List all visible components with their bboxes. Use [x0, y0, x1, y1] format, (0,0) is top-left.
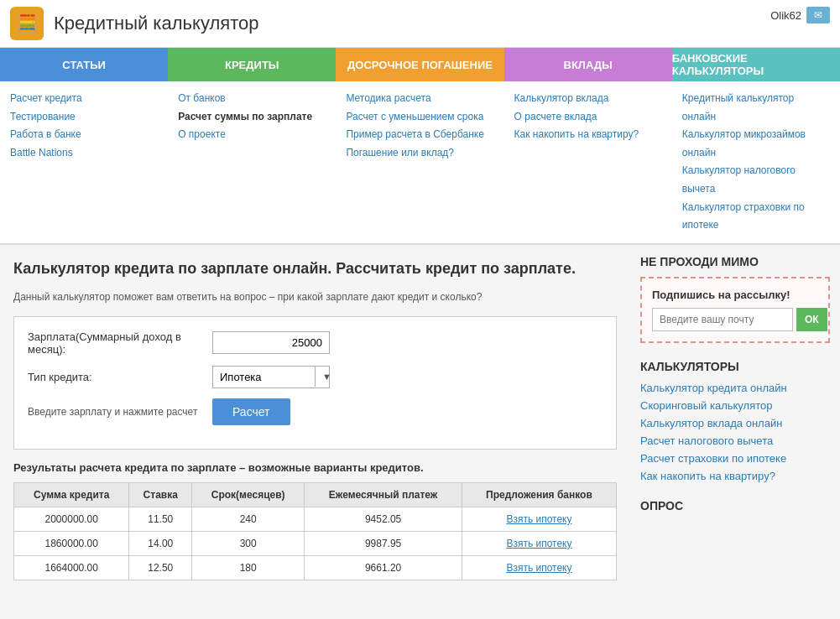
site-logo: 🧮: [10, 7, 44, 40]
salary-input[interactable]: [212, 331, 330, 354]
subnav-link-about[interactable]: О проекте: [178, 126, 326, 144]
sidebar: НЕ ПРОХОДИ МИМО Подпишись на рассылку! О…: [630, 245, 840, 619]
sidebar-calc-item: Как накопить на квартиру?: [640, 470, 830, 482]
site-title: Кредитный калькулятор: [54, 13, 258, 34]
nav-early-repayment[interactable]: ДОСРОЧНОЕ ПОГАШЕНИЕ: [336, 48, 503, 81]
calculate-button[interactable]: Расчет: [212, 398, 290, 425]
table-row: 1664000.00 12.50 180 9661.20 Взять ипоте…: [14, 555, 617, 580]
user-info: Olik62 ✉: [770, 7, 830, 23]
subnav-link-deposit-info[interactable]: О расчете вклада: [514, 108, 662, 127]
subnav-link-term-reduction[interactable]: Расчет с уменьшением срока: [346, 108, 493, 127]
page-title: Калькулятор кредита по зарплате онлайн. …: [13, 258, 617, 279]
page-description: Данный калькулятор поможет вам ответить …: [13, 289, 617, 304]
newsletter-section-title: НЕ ПРОХОДИ МИМО: [640, 255, 830, 268]
nav-credits[interactable]: КРЕДИТЫ: [168, 48, 336, 81]
sidebar-calc-item: Калькулятор кредита онлайн: [640, 382, 830, 394]
subnav-link-tax-deduction-calc[interactable]: Калькулятор налогового вычета: [682, 162, 830, 198]
subnav-link-insurance-calc[interactable]: Калькулятор страховки по ипотеке: [682, 199, 830, 235]
subnav-link-microloan-calc[interactable]: Калькулятор микрозаймов онлайн: [682, 126, 830, 162]
subnav-link-bank-work[interactable]: Работа в банке: [10, 126, 158, 144]
subnav-link-save-apartment[interactable]: Как накопить на квартиру?: [514, 126, 662, 144]
navbar: СТАТЬИ КРЕДИТЫ ДОСРОЧНОЕ ПОГАШЕНИЕ ВКЛАД…: [0, 48, 840, 81]
cell-sum: 2000000.00: [14, 507, 129, 531]
newsletter-section: НЕ ПРОХОДИ МИМО Подпишись на рассылку! О…: [640, 255, 830, 343]
calculators-section-title: КАЛЬКУЛЯТОРЫ: [640, 360, 830, 373]
subnav-col-5: Кредитный калькулятор онлайн Калькулятор…: [672, 90, 840, 235]
credit-type-label: Тип кредита:: [28, 371, 212, 383]
credit-type-row: Тип кредита: Ипотека Потребительский Авт…: [28, 366, 603, 388]
calculator-box: Зарплата(Суммарный доход в месяц): Тип к…: [13, 316, 617, 450]
credit-type-select[interactable]: Ипотека Потребительский Автокредит: [213, 367, 315, 388]
cell-sum: 1664000.00: [14, 555, 129, 580]
newsletter-submit-button[interactable]: ОК: [796, 308, 827, 331]
table-row: 1860000.00 14.00 300 9987.95 Взять ипоте…: [14, 531, 617, 555]
sidebar-calc-link[interactable]: Скоринговый калькулятор: [640, 399, 772, 412]
salary-label: Зарплата(Суммарный доход в месяц):: [28, 330, 212, 356]
calc-hint: Введите зарплату и нажмите расчет: [28, 406, 212, 418]
cell-term: 300: [192, 531, 305, 555]
sidebar-calc-item: Расчет налогового вычета: [640, 434, 830, 447]
salary-row: Зарплата(Суммарный доход в месяц):: [28, 330, 603, 356]
button-row: Введите зарплату и нажмите расчет Расчет: [28, 398, 603, 425]
sidebar-calc-item: Скоринговый калькулятор: [640, 399, 830, 412]
sidebar-calc-item: Расчет страховки по ипотеке: [640, 452, 830, 465]
subnav-link-deposit-calc[interactable]: Калькулятор вклада: [514, 90, 662, 108]
subnav-col-2: От банков Расчет суммы по зарплате О про…: [168, 90, 336, 235]
cell-payment: 9661.20: [305, 555, 462, 580]
cell-payment: 9987.95: [305, 531, 462, 555]
username: Olik62: [770, 9, 801, 22]
newsletter-input-row: ОК: [652, 308, 818, 331]
cell-rate: 14.00: [129, 531, 192, 555]
col-header-rate: Ставка: [129, 482, 192, 507]
cell-payment: 9452.05: [305, 507, 462, 531]
subnav-link-from-banks[interactable]: От банков: [178, 90, 326, 108]
cell-offer-link[interactable]: Взять ипотеку: [462, 531, 616, 555]
cell-sum: 1860000.00: [14, 531, 129, 555]
main-content: Калькулятор кредита по зарплате онлайн. …: [0, 245, 630, 619]
subnav-link-credit-calc-online[interactable]: Кредитный калькулятор онлайн: [682, 90, 830, 126]
table-header-row: Сумма кредита Ставка Срок(месяцев) Ежеме…: [14, 482, 617, 507]
results-table: Сумма кредита Ставка Срок(месяцев) Ежеме…: [13, 482, 617, 580]
cell-rate: 12.50: [129, 555, 192, 580]
calculators-list: Калькулятор кредита онлайнСкоринговый ка…: [640, 382, 830, 482]
subnav-col-3: Методика расчета Расчет с уменьшением ср…: [336, 90, 503, 235]
nav-articles[interactable]: СТАТЬИ: [0, 48, 168, 81]
results-title: Результаты расчета кредита по зарплате –…: [13, 461, 617, 474]
subnav-col-1: Расчет кредита Тестирование Работа в бан…: [0, 90, 168, 235]
col-header-sum: Сумма кредита: [14, 482, 129, 507]
subnav-link-repayment-or-deposit[interactable]: Погашение или вклад?: [346, 144, 493, 163]
subnav: Расчет кредита Тестирование Работа в бан…: [0, 81, 840, 245]
sidebar-calc-link[interactable]: Расчет налогового вычета: [640, 434, 773, 447]
header: 🧮 Кредитный калькулятор Olik62 ✉: [0, 0, 840, 48]
cell-offer-link[interactable]: Взять ипотеку: [462, 507, 616, 531]
newsletter-email-input[interactable]: [652, 308, 793, 331]
col-header-payment: Ежемесячный платеж: [305, 482, 462, 507]
subnav-link-sberbank-example[interactable]: Пример расчета в Сбербанке: [346, 126, 493, 144]
subnav-link-credit-calc[interactable]: Расчет кредита: [10, 90, 158, 108]
mail-icon[interactable]: ✉: [806, 7, 830, 23]
nav-bank-calculators[interactable]: БАНКОВСКИЕ КАЛЬКУЛЯТОРЫ: [672, 48, 840, 81]
opros-title: ОПРОС: [640, 499, 830, 512]
subnav-link-methodology[interactable]: Методика расчета: [346, 90, 493, 108]
subnav-col-4: Калькулятор вклада О расчете вклада Как …: [504, 90, 672, 235]
logo-icon: 🧮: [16, 13, 39, 34]
sidebar-calc-link[interactable]: Калькулятор вклада онлайн: [640, 417, 782, 429]
calculators-section: КАЛЬКУЛЯТОРЫ Калькулятор кредита онлайнС…: [640, 360, 830, 482]
col-header-term: Срок(месяцев): [192, 482, 305, 507]
main-layout: Калькулятор кредита по зарплате онлайн. …: [0, 245, 840, 619]
table-row: 2000000.00 11.50 240 9452.05 Взять ипоте…: [14, 507, 617, 531]
subnav-link-testing[interactable]: Тестирование: [10, 108, 158, 127]
sidebar-calc-link[interactable]: Как накопить на квартиру?: [640, 470, 775, 482]
sidebar-calc-link[interactable]: Калькулятор кредита онлайн: [640, 382, 787, 394]
subnav-link-battle-nations[interactable]: Battle Nations: [10, 144, 158, 163]
cell-term: 180: [192, 555, 305, 580]
subnav-link-salary-calc[interactable]: Расчет суммы по зарплате: [178, 108, 326, 127]
newsletter-box: Подпишись на рассылку! ОК: [640, 277, 830, 343]
newsletter-title: Подпишись на рассылку!: [652, 289, 818, 301]
sidebar-calc-link[interactable]: Расчет страховки по ипотеке: [640, 452, 786, 465]
sidebar-calc-item: Калькулятор вклада онлайн: [640, 417, 830, 429]
nav-deposits[interactable]: ВКЛАДЫ: [504, 48, 672, 81]
col-header-offer: Предложения банков: [462, 482, 616, 507]
cell-rate: 11.50: [129, 507, 192, 531]
cell-offer-link[interactable]: Взять ипотеку: [462, 555, 616, 580]
